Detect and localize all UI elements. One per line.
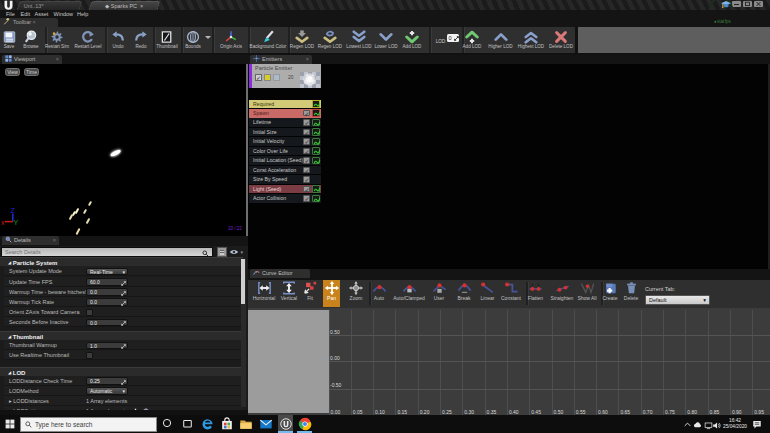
svg-text:x: x: [1, 219, 5, 226]
svg-text:Z: Z: [11, 207, 16, 214]
svg-text:Y: Y: [14, 219, 19, 226]
